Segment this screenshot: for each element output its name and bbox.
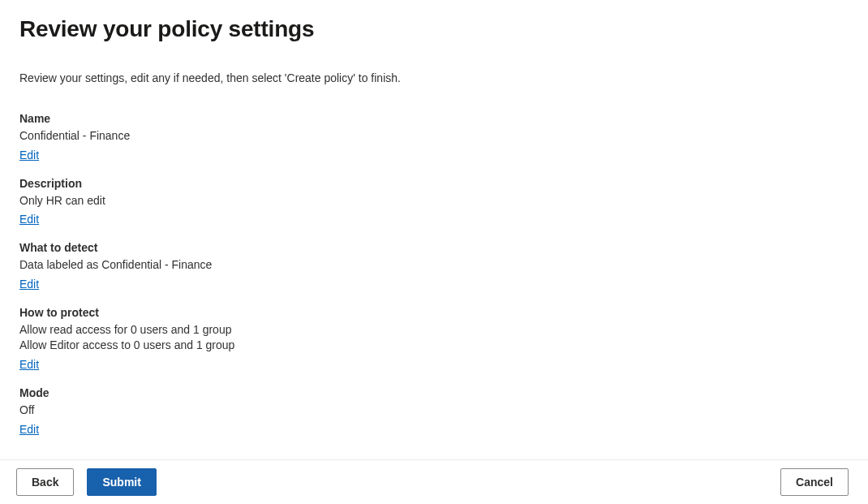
section-name: Name Confidential - Finance Edit [19,112,849,162]
description-value: Only HR can edit [19,193,849,209]
section-description: Description Only HR can edit Edit [19,177,849,227]
edit-mode-link[interactable]: Edit [19,423,39,436]
main-content: Review your policy settings Review your … [0,0,868,437]
edit-detect-link[interactable]: Edit [19,278,39,291]
submit-button[interactable]: Submit [87,468,156,496]
mode-label: Mode [19,386,849,399]
detect-label: What to detect [19,241,849,254]
section-protect: How to protect Allow read access for 0 u… [19,306,849,372]
page-title: Review your policy settings [19,16,849,42]
protect-label: How to protect [19,306,849,319]
back-button[interactable]: Back [16,468,74,496]
edit-protect-link[interactable]: Edit [19,358,39,371]
name-value: Confidential - Finance [19,128,849,144]
section-mode: Mode Off Edit [19,386,849,437]
edit-name-link[interactable]: Edit [19,149,39,162]
description-label: Description [19,177,849,190]
detect-value: Data labeled as Confidential - Finance [19,257,849,274]
footer-bar: Back Submit Cancel [0,459,868,504]
protect-line2: Allow Editor access to 0 users and 1 gro… [19,338,849,354]
cancel-button[interactable]: Cancel [780,468,849,496]
name-label: Name [19,112,849,125]
protect-value: Allow read access for 0 users and 1 grou… [19,322,849,354]
edit-description-link[interactable]: Edit [19,213,39,226]
section-detect: What to detect Data labeled as Confident… [19,241,849,291]
protect-line1: Allow read access for 0 users and 1 grou… [19,322,849,338]
page-subtitle: Review your settings, edit any if needed… [19,71,849,84]
mode-value: Off [19,403,849,419]
